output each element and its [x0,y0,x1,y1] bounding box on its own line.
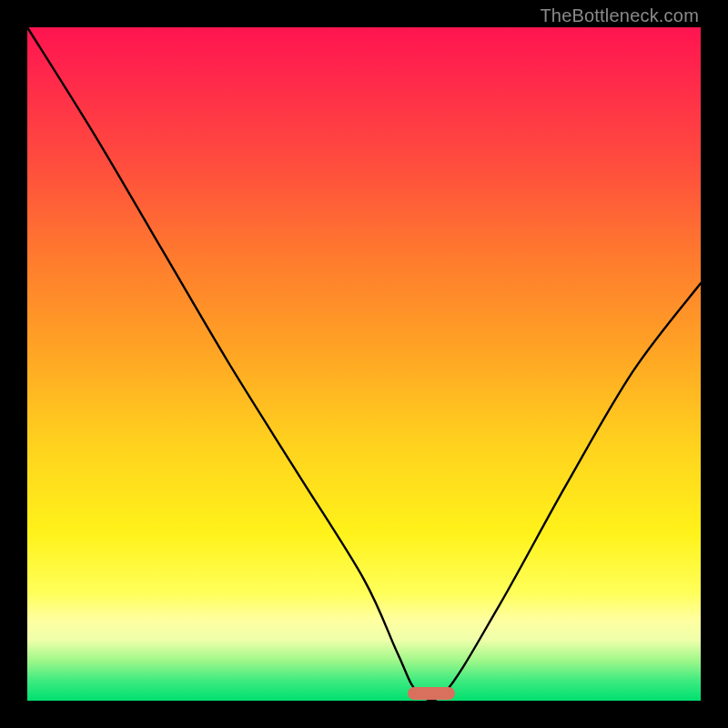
bottleneck-curve [0,0,728,728]
curve-path [27,27,701,701]
watermark-text: TheBottleneck.com [540,5,699,26]
optimal-marker-pill [408,687,455,700]
chart-frame: TheBottleneck.com [0,0,728,728]
